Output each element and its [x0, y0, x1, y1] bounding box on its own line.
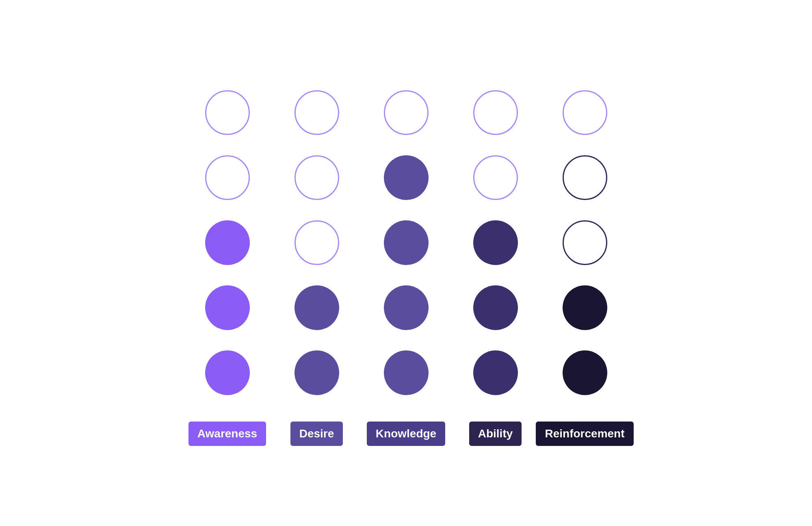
cell-r2-c5: [540, 145, 630, 210]
circle-r1-c3: [384, 90, 429, 135]
circle-r3-c2: [294, 220, 339, 265]
circle-r4-c5: [563, 285, 607, 330]
cell-r1-c3: [362, 80, 451, 145]
cell-r5-c3: [362, 340, 451, 405]
cell-r1-c2: [272, 80, 362, 145]
awareness-label: Awareness: [188, 422, 266, 446]
cell-r3-c3: [362, 210, 451, 275]
circle-r4-c4: [473, 285, 518, 330]
adkar-diagram: Awareness Desire Knowledge Ability Reinf…: [183, 80, 630, 446]
circle-r5-c3: [384, 350, 429, 395]
circle-r2-c2: [294, 155, 339, 200]
cell-r4-c3: [362, 275, 451, 340]
circle-r5-c1: [205, 350, 250, 395]
cell-r2-c1: [183, 145, 272, 210]
circle-r3-c3: [384, 220, 429, 265]
circle-r4-c2: [294, 285, 339, 330]
cell-r4-c4: [451, 275, 540, 340]
desire-label: Desire: [290, 422, 343, 446]
label-cell-awareness: Awareness: [183, 422, 272, 446]
cell-r3-c1: [183, 210, 272, 275]
cell-r5-c4: [451, 340, 540, 405]
cell-r5-c1: [183, 340, 272, 405]
label-cell-knowledge: Knowledge: [362, 422, 451, 446]
cell-r2-c4: [451, 145, 540, 210]
cell-r4-c1: [183, 275, 272, 340]
label-cell-desire: Desire: [272, 422, 362, 446]
cell-r3-c4: [451, 210, 540, 275]
circle-r1-c4: [473, 90, 518, 135]
circle-r2-c4: [473, 155, 518, 200]
cell-r1-c4: [451, 80, 540, 145]
label-cell-reinforcement: Reinforcement: [540, 422, 630, 446]
circles-grid: [183, 80, 630, 405]
cell-r3-c2: [272, 210, 362, 275]
label-cell-ability: Ability: [451, 422, 540, 446]
circle-r2-c5: [563, 155, 607, 200]
cell-r4-c5: [540, 275, 630, 340]
circle-r3-c4: [473, 220, 518, 265]
cell-r3-c5: [540, 210, 630, 275]
cell-r5-c2: [272, 340, 362, 405]
circle-r4-c3: [384, 285, 429, 330]
knowledge-label: Knowledge: [367, 422, 445, 446]
circle-r5-c2: [294, 350, 339, 395]
cell-r1-c5: [540, 80, 630, 145]
circle-r5-c5: [563, 350, 607, 395]
cell-r2-c2: [272, 145, 362, 210]
cell-r2-c3: [362, 145, 451, 210]
circle-r1-c5: [563, 90, 607, 135]
circle-r3-c5: [563, 220, 607, 265]
cell-r4-c2: [272, 275, 362, 340]
cell-r5-c5: [540, 340, 630, 405]
ability-label: Ability: [469, 422, 522, 446]
circle-r1-c2: [294, 90, 339, 135]
circle-r4-c1: [205, 285, 250, 330]
circle-r3-c1: [205, 220, 250, 265]
reinforcement-label: Reinforcement: [536, 422, 633, 446]
circle-r2-c3: [384, 155, 429, 200]
cell-r1-c1: [183, 80, 272, 145]
labels-row: Awareness Desire Knowledge Ability Reinf…: [183, 422, 630, 446]
circle-r1-c1: [205, 90, 250, 135]
circle-r5-c4: [473, 350, 518, 395]
circle-r2-c1: [205, 155, 250, 200]
